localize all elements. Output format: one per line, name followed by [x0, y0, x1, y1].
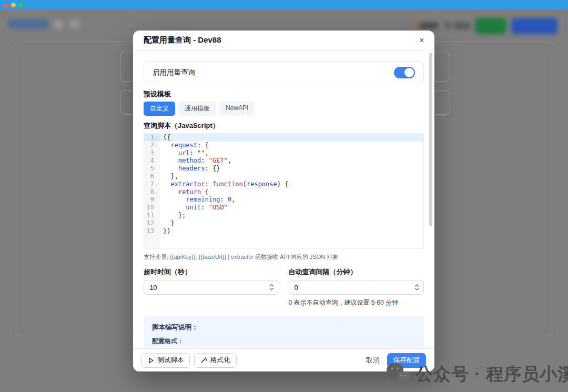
test-script-button[interactable]: 测试脚本 [141, 353, 190, 368]
docs-subtitle: 配置格式： [152, 337, 415, 346]
timeout-field-group: 超时时间（秒） [144, 267, 279, 307]
enable-usage-query-card: 启用用量查询 [144, 61, 424, 84]
screen: 配置用量查询 - Dev88 × 启用用量查询 预设模板 自定义 通用模板 Ne… [0, 0, 568, 392]
background-icon [70, 19, 79, 29]
code-line[interactable]: 12 } [144, 219, 423, 227]
code-line[interactable]: 2⌄ request: { [144, 142, 423, 149]
interval-label: 自动查询间隔（分钟） [289, 267, 424, 277]
background-status-text [419, 23, 438, 29]
background-icon [445, 22, 451, 29]
timeout-input[interactable] [144, 280, 279, 295]
format-button[interactable]: 格式化 [194, 353, 237, 368]
background-status-dot [411, 24, 416, 28]
code-editor-lines: 1⌄({2⌄ request: {3 url: "",4 method: "GE… [144, 134, 423, 235]
query-script-label: 查询脚本（JavaScript） [144, 122, 424, 130]
code-line[interactable]: 3 url: "", [144, 149, 423, 157]
settings-fields: 超时时间（秒） 自动查询间隔（分钟） [144, 267, 424, 307]
tab-custom[interactable]: 自定义 [144, 102, 175, 116]
interval-hint: 0 表示不自动查询，建议设置 5-60 分钟 [289, 298, 424, 307]
enable-usage-query-label: 启用用量查询 [153, 68, 195, 77]
interval-input[interactable] [289, 280, 424, 295]
watermark-text: 公众号 · 程序员小溪 [415, 363, 568, 386]
background-icon [54, 21, 63, 28]
background-green-button [475, 18, 506, 34]
background-blue-button [511, 18, 557, 34]
timeout-label: 超时时间（秒） [144, 267, 279, 277]
macos-titlebar [0, 0, 568, 10]
test-script-label: 测试脚本 [157, 356, 184, 365]
preset-template-label: 预设模板 [144, 90, 424, 98]
minimize-window-button[interactable] [11, 3, 16, 7]
docs-title: 脚本编写说明： [152, 323, 415, 332]
magic-wand-icon [200, 357, 207, 364]
play-icon [148, 357, 154, 364]
code-line[interactable]: 4 method: "GET", [144, 157, 423, 165]
background-status-text [453, 23, 470, 29]
code-line[interactable]: 10 unit: "USD" [144, 204, 423, 212]
code-line[interactable]: 6 }, [144, 173, 423, 180]
cancel-button[interactable]: 取消 [366, 356, 380, 365]
code-editor[interactable]: 1⌄({2⌄ request: {3 url: "",4 method: "GE… [144, 133, 424, 249]
code-line[interactable]: 9 remaining: 0, [144, 196, 423, 204]
script-docs-panel: 脚本编写说明： 配置格式： ({ request: { url: "{{base… [144, 316, 424, 348]
close-window-button[interactable] [4, 3, 8, 7]
watermark: 公众号 · 程序员小溪 [385, 361, 568, 387]
script-variables-hint: 支持变量: {{apiKey}}, {{baseUrl}} | extracto… [144, 253, 424, 261]
interval-stepper[interactable] [413, 282, 420, 293]
timeout-stepper[interactable] [268, 282, 276, 293]
zoom-window-button[interactable] [18, 3, 23, 7]
dialog-header: 配置用量查询 - Dev88 × [133, 31, 434, 51]
code-editor-empty-area [144, 235, 423, 249]
dialog-scrollbar-thumb[interactable] [429, 53, 432, 226]
enable-usage-query-toggle[interactable] [394, 67, 415, 78]
tab-newapi[interactable]: NewAPI [219, 102, 255, 116]
format-label: 格式化 [210, 356, 230, 365]
interval-field-group: 自动查询间隔（分钟） 0 表示不自动查询，建议设置 5-60 分钟 [289, 267, 424, 307]
dialog-body: 启用用量查询 预设模板 自定义 通用模板 NewAPI 查询脚本（JavaScr… [133, 51, 434, 348]
usage-query-config-dialog: 配置用量查询 - Dev88 × 启用用量查询 预设模板 自定义 通用模板 Ne… [133, 31, 434, 371]
background-app-title [8, 19, 48, 29]
tab-generic-template[interactable]: 通用模板 [178, 102, 216, 116]
code-line[interactable]: 8⌄ return { [144, 188, 423, 196]
wechat-icon [385, 361, 411, 387]
code-line[interactable]: 7⌄ extractor: function(response) { [144, 180, 423, 188]
preset-template-tabs: 自定义 通用模板 NewAPI [144, 102, 424, 116]
close-icon[interactable]: × [417, 35, 427, 46]
code-line[interactable]: 5 headers: {} [144, 165, 423, 173]
code-line[interactable]: 11 }; [144, 212, 423, 219]
code-line[interactable]: 1⌄({ [144, 134, 423, 142]
toggle-knob [404, 68, 414, 77]
code-line[interactable]: 13}) [144, 227, 423, 235]
dialog-title: 配置用量查询 - Dev88 [144, 35, 221, 45]
